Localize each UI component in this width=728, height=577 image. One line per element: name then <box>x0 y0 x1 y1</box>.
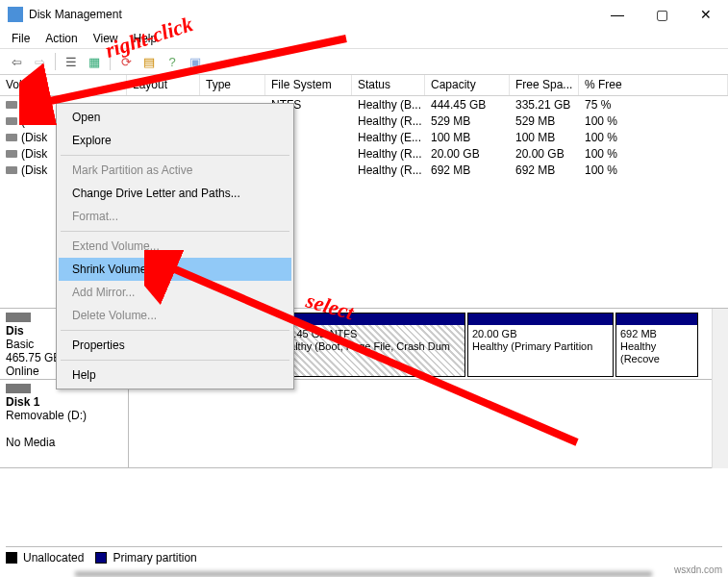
col-free[interactable]: Free Spa... <box>510 75 579 95</box>
menu-properties[interactable]: Properties <box>59 334 291 357</box>
properties-button[interactable]: ▦ <box>84 51 105 72</box>
legend-label: Unallocated <box>23 551 84 564</box>
menu-file[interactable]: File <box>4 30 38 47</box>
toolbar: ⇦ ⇨ ☰ ▦ ⟳ ▤ ? ▣ <box>0 48 728 75</box>
drive-icon <box>6 166 17 174</box>
col-layout[interactable]: Layout <box>127 75 200 95</box>
forward-button[interactable]: ⇨ <box>29 51 50 72</box>
legend-swatch-primary <box>95 552 107 564</box>
menu-extend-volume: Extend Volume... <box>59 235 291 258</box>
action-button[interactable]: ▤ <box>138 51 160 72</box>
menu-change-drive-letter[interactable]: Change Drive Letter and Paths... <box>59 182 291 205</box>
col-capacity[interactable]: Capacity <box>425 75 510 95</box>
menu-delete-volume: Delete Volume... <box>59 304 291 327</box>
menu-mark-active: Mark Partition as Active <box>59 159 291 182</box>
context-menu: Open Explore Mark Partition as Active Ch… <box>56 103 294 389</box>
maximize-button[interactable]: ▢ <box>640 0 684 29</box>
app-icon <box>8 7 23 22</box>
help-icon[interactable]: ? <box>162 51 183 72</box>
menu-view[interactable]: View <box>86 30 126 47</box>
window-title: Disk Management <box>29 8 122 21</box>
empty-partition-area <box>129 380 728 467</box>
menu-add-mirror: Add Mirror... <box>59 281 291 304</box>
col-volume[interactable]: Volume <box>0 75 127 95</box>
watermark: wsxdn.com <box>674 564 722 575</box>
menu-open[interactable]: Open <box>59 106 291 129</box>
selected-volume: (C:) <box>21 98 48 112</box>
col-fs[interactable]: File System <box>265 75 352 95</box>
drive-icon <box>6 101 17 109</box>
menu-shrink-volume[interactable]: Shrink Volume... <box>59 258 291 281</box>
column-headers: Volume Layout Type File System Status Ca… <box>0 75 728 96</box>
col-type[interactable]: Type <box>200 75 265 95</box>
partition[interactable]: 20.00 GBHealthy (Primary Partition <box>467 313 614 377</box>
disk-icon <box>6 384 31 393</box>
legend-label: Primary partition <box>113 551 196 564</box>
col-pct[interactable]: % Free <box>579 75 728 95</box>
menu-explore[interactable]: Explore <box>59 129 291 152</box>
disk-row: Disk 1 Removable (D:) No Media <box>0 380 728 468</box>
menu-help[interactable]: Help <box>126 30 165 47</box>
window-controls: — ▢ ✕ <box>595 0 728 29</box>
col-status[interactable]: Status <box>352 75 425 95</box>
disk-icon <box>6 313 31 322</box>
menu-help[interactable]: Help <box>59 364 291 387</box>
drive-icon <box>6 150 17 158</box>
drive-icon <box>6 134 17 141</box>
show-hide-button[interactable]: ☰ <box>61 51 82 72</box>
legend-swatch-unallocated <box>6 552 17 564</box>
shadow <box>75 571 652 577</box>
legend: Unallocated Primary partition <box>6 546 722 565</box>
refresh-button[interactable]: ⟳ <box>115 51 137 72</box>
menu-action[interactable]: Action <box>38 30 85 47</box>
scrollbar[interactable] <box>712 309 728 468</box>
partition-selected[interactable]: 444.45 GB NTFSHealthy (Boot, Page File, … <box>271 313 465 377</box>
window-titlebar: Disk Management — ▢ ✕ <box>0 0 728 29</box>
partition[interactable]: 692 MBHealthy (Recove <box>615 313 698 377</box>
close-button[interactable]: ✕ <box>684 0 728 29</box>
disk-label[interactable]: Disk 1 Removable (D:) No Media <box>0 380 129 467</box>
menu-bar: File Action View Help <box>0 29 728 48</box>
menu-format: Format... <box>59 205 291 228</box>
minimize-button[interactable]: — <box>595 0 640 29</box>
drive-icon <box>6 117 17 125</box>
back-button[interactable]: ⇦ <box>6 51 27 72</box>
settings-icon[interactable]: ▣ <box>185 51 206 72</box>
